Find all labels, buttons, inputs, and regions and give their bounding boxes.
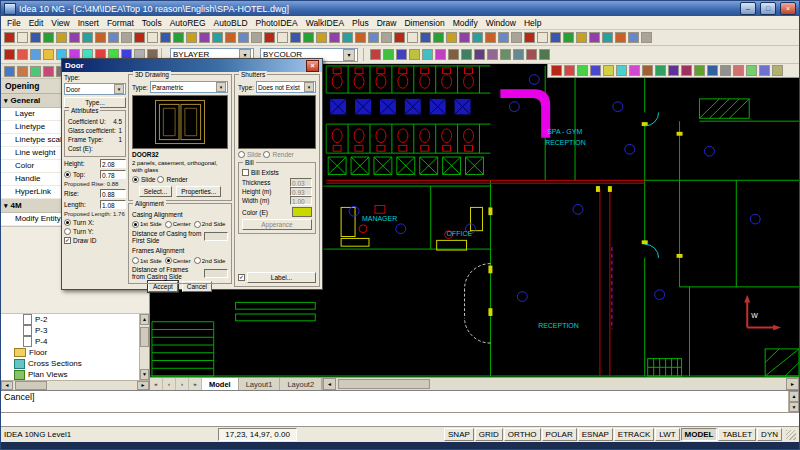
toolbar-icon[interactable] <box>316 32 327 43</box>
toolbar-icon[interactable] <box>446 32 457 43</box>
menu-tools[interactable]: Tools <box>138 17 166 29</box>
toolbar-icon[interactable] <box>759 65 770 76</box>
toolbar-icon[interactable] <box>563 32 574 43</box>
toolbar-icon[interactable] <box>303 32 314 43</box>
status-toggle-etrack[interactable]: ETRACK <box>614 428 654 441</box>
toolbar-icon[interactable] <box>435 49 446 60</box>
toolbar-icon[interactable] <box>121 32 132 43</box>
toolbar-icon[interactable] <box>772 65 783 76</box>
toolbar-icon[interactable] <box>342 32 353 43</box>
bill-exists-checkbox[interactable] <box>242 169 249 176</box>
menu-window[interactable]: Window <box>482 17 520 29</box>
toolbar-icon[interactable] <box>564 65 575 76</box>
scroll-track[interactable] <box>140 325 149 369</box>
toolbar-icon[interactable] <box>577 65 588 76</box>
menu-autobld[interactable]: AutoBLD <box>210 17 252 29</box>
dialog-titlebar[interactable]: Door <box>62 59 322 72</box>
menu-walkidea[interactable]: WalkIDEA <box>302 17 348 29</box>
toolbar-icon[interactable] <box>30 66 41 77</box>
shutters-type-select[interactable]: Does not Exist <box>256 81 316 93</box>
toolbar-icon[interactable] <box>589 32 600 43</box>
toolbar-icon[interactable] <box>642 65 653 76</box>
toolbar-icon[interactable] <box>264 32 275 43</box>
render-radio[interactable] <box>157 176 164 183</box>
tree-vertical-scrollbar[interactable]: ▲ ▼ <box>139 314 149 380</box>
toolbar-icon[interactable] <box>383 49 394 60</box>
tree-item[interactable]: Cross Sections <box>1 358 139 369</box>
maximize-button[interactable] <box>760 2 776 15</box>
scroll-right-icon[interactable]: ► <box>137 381 149 390</box>
turn-x-radio[interactable] <box>64 219 71 226</box>
toolbar-icon[interactable] <box>472 32 483 43</box>
toolbar-icon[interactable] <box>368 32 379 43</box>
toolbar-icon[interactable] <box>30 49 41 60</box>
toolbar-icon[interactable] <box>576 32 587 43</box>
toolbar-icon[interactable] <box>17 66 28 77</box>
shutters-render-radio[interactable] <box>263 151 270 158</box>
toolbar-icon[interactable] <box>498 32 509 43</box>
toolbar-icon[interactable] <box>43 32 54 43</box>
toolbar-icon[interactable] <box>459 32 470 43</box>
door-type-select[interactable]: Door <box>64 83 126 95</box>
scroll-thumb[interactable] <box>140 327 149 347</box>
toolbar-icon[interactable] <box>461 49 472 60</box>
toolbar-icon[interactable] <box>134 32 145 43</box>
casing-distance-field[interactable] <box>204 232 228 241</box>
toolbar-icon[interactable] <box>603 65 614 76</box>
status-toggle-lwt[interactable]: LWT <box>655 428 679 441</box>
toolbar-icon[interactable] <box>329 32 340 43</box>
menu-modify[interactable]: Modify <box>449 17 482 29</box>
scroll-left-icon[interactable]: ◄ <box>323 378 336 390</box>
prev-tab-button[interactable]: ‹ <box>163 378 176 390</box>
label-button[interactable]: Label... <box>247 272 316 283</box>
3d-type-select[interactable]: Parametric <box>150 81 228 93</box>
radio-option-2nd-side[interactable]: 2nd Side <box>194 221 226 228</box>
toolbar-icon[interactable] <box>43 66 54 77</box>
toolbar-icon[interactable] <box>225 32 236 43</box>
next-tab-button[interactable]: › <box>176 378 189 390</box>
toolbar-icon[interactable] <box>513 49 524 60</box>
radio-option-1st-side[interactable]: 1st Side <box>132 221 162 228</box>
minimize-button[interactable] <box>740 2 756 15</box>
status-toggle-dyn[interactable]: DYN <box>757 428 782 441</box>
toolbar-icon[interactable] <box>629 65 640 76</box>
toolbar-icon[interactable] <box>694 65 705 76</box>
properties-button[interactable]: Properties... <box>176 186 221 197</box>
toolbar-icon[interactable] <box>616 65 627 76</box>
tree-item[interactable]: Plan Views <box>1 369 139 380</box>
tab-layout2[interactable]: Layout2 <box>280 378 322 390</box>
status-toggle-snap[interactable]: SNAP <box>444 428 474 441</box>
appearance-button[interactable]: Apperance <box>242 219 312 230</box>
tree-item[interactable]: P-2 <box>1 314 139 325</box>
radio-option-center[interactable]: Center <box>165 257 191 264</box>
menu-dimension[interactable]: Dimension <box>400 17 448 29</box>
slide-radio[interactable] <box>132 176 139 183</box>
toolbar-icon[interactable] <box>17 49 28 60</box>
toolbar-icon[interactable] <box>537 32 548 43</box>
rise-field[interactable]: 0.88 <box>100 189 126 198</box>
scroll-right-icon[interactable]: ► <box>786 378 799 390</box>
status-toggle-grid[interactable]: GRID <box>475 428 503 441</box>
toolbar-icon[interactable] <box>277 32 288 43</box>
toolbar-icon[interactable] <box>4 66 15 77</box>
command-scrollbar[interactable]: ▲▼ <box>788 391 799 412</box>
toolbar-icon[interactable] <box>409 49 420 60</box>
toolbar-icon[interactable] <box>511 32 522 43</box>
toolbar-icon[interactable] <box>160 32 171 43</box>
toolbar-icon[interactable] <box>95 32 106 43</box>
tree-item[interactable]: P-3 <box>1 325 139 336</box>
toolbar-icon[interactable] <box>43 49 54 60</box>
shutters-slide-radio[interactable] <box>238 151 245 158</box>
toolbar-icon[interactable] <box>720 65 731 76</box>
first-tab-button[interactable]: « <box>150 378 163 390</box>
toolbar-icon[interactable] <box>108 32 119 43</box>
tab-layout1[interactable]: Layout1 <box>239 378 281 390</box>
dialog-close-button[interactable] <box>306 60 319 72</box>
toolbar-icon[interactable] <box>550 32 561 43</box>
menu-photoidea[interactable]: PhotoIDEA <box>252 17 302 29</box>
select-button[interactable]: Select... <box>139 186 172 197</box>
top-radio[interactable] <box>64 171 71 178</box>
tree-horizontal-scrollbar[interactable]: ◄ ► <box>1 380 149 390</box>
toolbar-icon[interactable] <box>500 49 511 60</box>
toolbar-icon[interactable] <box>212 32 223 43</box>
